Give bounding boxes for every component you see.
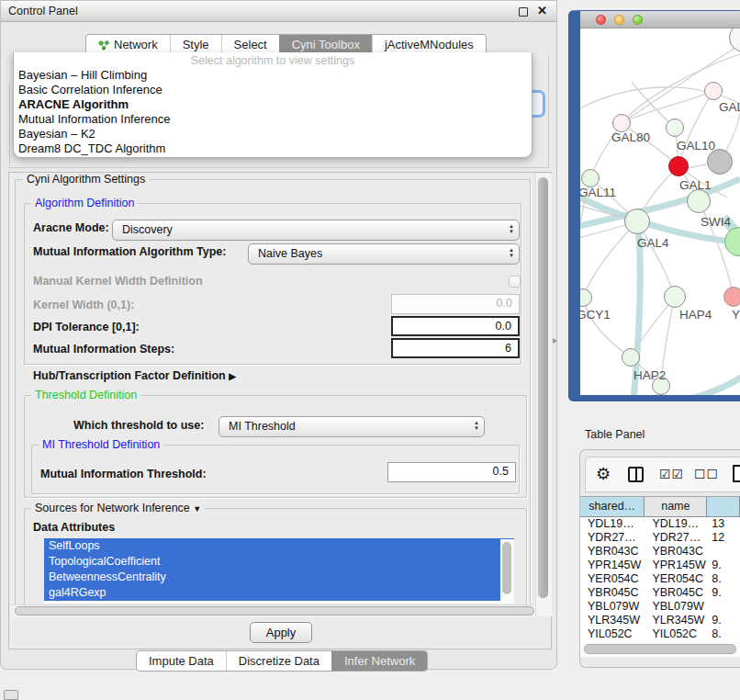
group-title: Cyni Algorithm Settings	[23, 173, 149, 186]
dpi-tolerance-label: DPI Tolerance [0,1]:	[33, 321, 140, 333]
select-all-checkboxes-icon[interactable]: ☑☑	[659, 467, 684, 481]
table-cell: YLR345W	[645, 614, 707, 627]
table-row[interactable]: YER054CYER054C8.	[580, 572, 740, 586]
tab-impute-data[interactable]: Impute Data	[137, 651, 226, 671]
table-cell: 8.	[707, 572, 740, 586]
tab-select[interactable]: Select	[221, 35, 279, 54]
which-threshold-value: MI Threshold	[229, 420, 296, 433]
column-layout-icon[interactable]	[628, 467, 644, 482]
zoom-traffic-icon[interactable]	[633, 15, 643, 25]
network-node[interactable]	[723, 287, 740, 307]
table-row[interactable]: YBR043CYBR043C	[580, 545, 740, 559]
group-title: Threshold Definition	[31, 389, 140, 401]
dpi-tolerance-field[interactable]: 0.0	[391, 316, 520, 336]
node-table[interactable]: shared…nameYDL19…YDL19…13YDR27…YDR27…12Y…	[580, 496, 740, 657]
algorithm-option-basic-correlation-inference[interactable]: Basic Correlation Inference	[14, 83, 532, 97]
table-row[interactable]: YIL052CYIL052C8.	[580, 627, 740, 641]
column-header-name[interactable]: name	[645, 497, 707, 517]
list-item-gal4rgexp[interactable]: gal4RGexp	[44, 585, 514, 601]
algorithm-option-dream8-dc-tdc-algorithm[interactable]: Dream8 DC_TDC Algorithm	[14, 141, 532, 156]
table-cell: 12	[707, 531, 740, 545]
tab-label: Cyni Toolbox	[292, 38, 360, 51]
network-node[interactable]	[666, 119, 684, 137]
network-node[interactable]	[668, 156, 689, 176]
table-cell: YBL079W	[580, 600, 645, 614]
hub-definition-toggle[interactable]: Hub/Transcription Factor Definition ▶	[33, 369, 236, 382]
network-node[interactable]	[624, 209, 650, 234]
close-icon[interactable]: ✕	[537, 4, 547, 17]
list-item-topologicalcoefficient[interactable]: TopologicalCoefficient	[44, 554, 514, 570]
table-row[interactable]: YBL079WYBL079W	[580, 600, 740, 614]
network-titlebar[interactable]	[580, 11, 740, 28]
combo-arrows-icon: ▲▼	[474, 420, 479, 431]
clear-checkboxes-icon[interactable]: ☐☐	[694, 467, 719, 481]
settings-vscrollbar-thumb[interactable]	[538, 177, 548, 598]
tab-jactivemnodules[interactable]: jActiveMNodules	[372, 35, 486, 54]
kernel-width-label: Kernel Width (0,1):	[33, 299, 134, 311]
kernel-width-field[interactable]: 0.0	[391, 294, 520, 314]
mi-steps-field[interactable]: 6	[391, 338, 520, 358]
network-canvas[interactable]: GALGAL80GAL10GAL1GAL11SWI4GAL4GCY1HAP4YH…	[580, 28, 740, 395]
desktop: Control Panel ✕ NetworkStyleSelectCyni T…	[0, 0, 740, 700]
aracne-mode-select[interactable]: Discovery ▲▼	[112, 220, 520, 241]
cyni-mode-tabs: Impute DataDiscretize DataInfer Network	[136, 650, 428, 672]
network-node[interactable]	[687, 189, 711, 213]
mi-threshold-field[interactable]: 0.5	[387, 462, 516, 482]
algorithm-option-bayesian-k2[interactable]: Bayesian – K2	[14, 127, 532, 141]
minimize-traffic-icon[interactable]	[614, 15, 624, 25]
column-header-col3[interactable]	[707, 497, 740, 517]
algorithm-option-mutual-information-inference[interactable]: Mutual Information Inference	[14, 112, 532, 127]
tab-style[interactable]: Style	[170, 35, 221, 54]
table-cell: 8.	[707, 627, 740, 641]
node-label-gal: GAL	[719, 100, 740, 114]
manual-kernel-checkbox[interactable]	[509, 276, 521, 288]
node-label-swi4: SWI4	[701, 215, 731, 229]
which-threshold-select[interactable]: MI Threshold ▲▼	[219, 416, 485, 437]
network-node[interactable]	[707, 149, 733, 175]
table-cell: YBR045C	[580, 586, 645, 600]
table-row[interactable]: YLR345WYLR345W9.	[580, 614, 740, 627]
algorithm-option-aracne-algorithm[interactable]: ARACNE Algorithm	[14, 97, 532, 112]
table-row[interactable]: YPR145WYPR145W9.	[580, 559, 740, 572]
docked-panel-icon[interactable]	[4, 690, 18, 700]
list-item-betweennesscentrality[interactable]: BetweennessCentrality	[44, 570, 514, 585]
gear-icon[interactable]: ⚙	[596, 464, 611, 484]
close-traffic-icon[interactable]	[596, 15, 606, 25]
table-cell: YIL052C	[580, 627, 645, 641]
new-table-icon[interactable]	[733, 465, 740, 482]
node-label-gcy1: GCY1	[580, 308, 611, 322]
tab-label: Infer Network	[344, 654, 415, 668]
algorithm-option-bayesian-hill-climbing[interactable]: Bayesian – Hill Climbing	[14, 68, 532, 83]
table-cell: YDR27…	[645, 531, 707, 545]
tab-network[interactable]: Network	[86, 35, 170, 54]
tab-discretize-data[interactable]: Discretize Data	[226, 651, 331, 671]
table-cell: 9.	[707, 586, 740, 600]
list-scrollbar-thumb[interactable]	[502, 542, 511, 594]
apply-button[interactable]: Apply	[250, 622, 312, 643]
column-header-shared[interactable]: shared…	[580, 497, 645, 517]
hidden-group-edge	[548, 57, 549, 168]
network-node[interactable]	[581, 169, 600, 187]
node-label-gal80: GAL80	[611, 130, 650, 144]
mi-type-label: Mutual Information Algorithm Type:	[33, 245, 226, 258]
combo-arrows-icon: ▲▼	[509, 247, 514, 258]
list-item-selfloops[interactable]: SelfLoops	[44, 538, 514, 554]
tab-label: jActiveMNodules	[385, 38, 474, 51]
table-hscrollbar-thumb[interactable]	[584, 644, 736, 654]
network-node[interactable]	[664, 286, 686, 308]
network-node[interactable]	[612, 114, 631, 132]
table-row[interactable]: YBR045CYBR045C9.	[580, 586, 740, 600]
sources-toggle[interactable]: Sources for Network Inference ▼	[31, 502, 205, 514]
table-cell: YDR27…	[580, 531, 645, 545]
node-label-gal4: GAL4	[637, 236, 669, 250]
data-attributes-list[interactable]: SelfLoopsTopologicalCoefficientBetweenne…	[44, 538, 514, 604]
mi-type-select[interactable]: Naive Bayes ▲▼	[248, 243, 520, 265]
table-row[interactable]: YDL19…YDL19…13	[580, 517, 740, 531]
table-row[interactable]: YDR27…YDR27…12	[580, 531, 740, 545]
network-node[interactable]	[704, 82, 723, 100]
settings-hscrollbar-thumb[interactable]	[15, 606, 534, 615]
tab-cyni-toolbox[interactable]: Cyni Toolbox	[279, 35, 372, 54]
network-node[interactable]	[622, 348, 640, 367]
float-panel-icon[interactable]	[519, 7, 528, 17]
tab-infer-network[interactable]: Infer Network	[331, 651, 427, 671]
